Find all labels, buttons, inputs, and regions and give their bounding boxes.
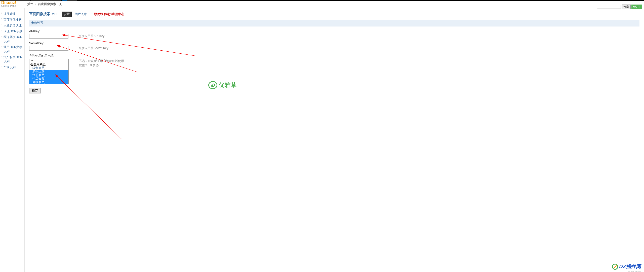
sidebar-item-7[interactable]: 车辆识别 — [0, 64, 24, 70]
logo: Discuz! Control Panel — [1, 1, 17, 7]
check-icon — [612, 264, 618, 270]
main-content: 百度图像搜索 v1.0 设置 图片入库 一颗优雅草科技应用中心 参数设置 API… — [25, 8, 644, 272]
leaf-icon — [208, 81, 217, 89]
plugin-version: v1.0 — [52, 12, 58, 16]
breadcrumb-plugins[interactable]: 插件 — [27, 2, 33, 6]
secretkey-label: SecretKey: — [29, 42, 639, 45]
secretkey-help: 百度应用的Secret Key — [78, 46, 108, 50]
groups-help1: 不选，默认所有用户组都可以使用 — [79, 59, 124, 63]
apikey-help: 百度应用的API Key — [78, 34, 104, 38]
bottom-watermark-sub: —DZ-X.NET— — [628, 270, 641, 272]
secretkey-row: SecretKey: 百度应用的Secret Key — [29, 42, 639, 51]
sidebar: 插件管理百度图像搜索人脸实名认证卡证OCR识别医疗票据OCR识别通用OCR文字识… — [0, 8, 25, 272]
sidebar-item-5[interactable]: 通用OCR文字识别 — [0, 44, 24, 54]
sidebar-item-2[interactable]: 人脸实名认证 — [0, 23, 24, 28]
center-watermark-text: 优雅草 — [219, 81, 237, 89]
tab-settings[interactable]: 设置 — [62, 12, 72, 17]
group-option-6[interactable]: 高级会员 — [29, 80, 68, 84]
breadcrumb-current[interactable]: 百度图像搜索 — [38, 2, 56, 6]
group-option-5[interactable]: 中级会员 — [29, 77, 68, 80]
tab-import[interactable]: 图片入库 — [75, 12, 87, 16]
groups-help2: 按住CTRL多选 — [79, 63, 124, 67]
group-option-7[interactable]: 金牌会员 — [29, 84, 68, 84]
apikey-label: APIKey: — [29, 29, 639, 33]
sidebar-item-3[interactable]: 卡证OCR识别 — [0, 28, 24, 34]
group-option-2[interactable]: 限制会员 — [29, 66, 68, 70]
group-option-1[interactable]: 会员用户组 — [29, 63, 68, 66]
secretkey-input[interactable] — [29, 46, 68, 51]
group-option-0[interactable]: 空 — [29, 59, 68, 63]
app-center-link[interactable]: 一颗优雅草科技应用中心 — [91, 12, 124, 16]
center-watermark: 优雅草 — [208, 81, 237, 89]
bottom-watermark-text: DZ插件网 — [619, 263, 641, 270]
apikey-input[interactable] — [29, 34, 68, 39]
groups-row: 允许使用的用户组: 空会员用户组限制会员新手上路注册会员中级会员高级会员金牌会员… — [29, 54, 639, 84]
sidebar-item-0[interactable]: 插件管理 — [0, 11, 24, 17]
sidebar-item-4[interactable]: 医疗票据OCR识别 — [0, 34, 24, 44]
submit-button[interactable]: 提交 — [29, 88, 41, 93]
group-option-3[interactable]: 新手上路 — [29, 70, 68, 73]
breadcrumb: 插件 » 百度图像搜索 [+] — [25, 1, 644, 7]
groups-label: 允许使用的用户组: — [29, 54, 639, 58]
sidebar-item-1[interactable]: 百度图像搜索 — [0, 17, 24, 23]
svg-line-3 — [57, 77, 122, 139]
groups-select[interactable]: 空会员用户组限制会员新手上路注册会员中级会员高级会员金牌会员论坛元老自定义管理组 — [29, 59, 69, 84]
section-params: 参数设置 — [29, 20, 639, 26]
apikey-row: APIKey: 百度应用的API Key — [29, 29, 639, 39]
sidebar-item-6[interactable]: 汽车相关OCR识别 — [0, 54, 24, 64]
plugin-title: 百度图像搜索 — [29, 12, 50, 16]
title-line: 百度图像搜索 v1.0 设置 图片入库 一颗优雅草科技应用中心 — [29, 12, 639, 17]
bottom-watermark: DZ插件网 —DZ-X.NET— — [612, 263, 641, 270]
group-option-4[interactable]: 注册会员 — [29, 73, 68, 77]
breadcrumb-add[interactable]: [+] — [59, 2, 62, 6]
logo-sub: Control Panel — [1, 5, 17, 7]
header: Discuz! Control Panel 插件 » 百度图像搜索 [+] 搜索… — [0, 1, 644, 8]
breadcrumb-sep: » — [35, 2, 36, 6]
